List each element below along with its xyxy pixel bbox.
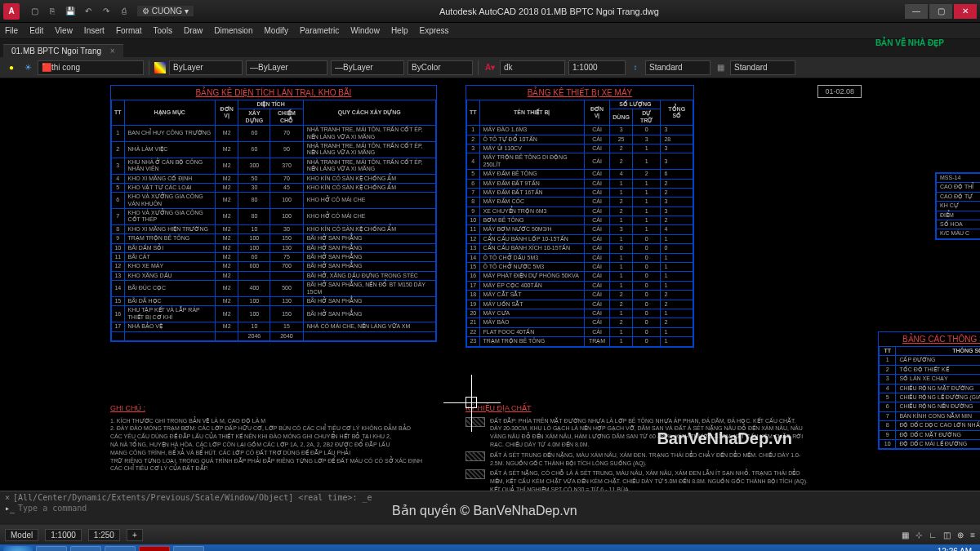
annotation-icon[interactable]: A▾ [483,61,497,74]
save-icon[interactable]: 💾 [64,5,77,18]
autocad-logo-icon: A [3,3,20,20]
status-icon[interactable]: ⊕ [957,531,964,540]
undo-icon[interactable]: ↶ [82,5,95,18]
dimstyle-dropdown[interactable]: Standard [645,60,710,75]
sheet-number: 01-02.08 [817,85,862,98]
menu-format[interactable]: Format [116,26,142,35]
table-row: 21MÁY BÁOCÁI202 [467,318,693,327]
table-row: 19MÁY UỐN SẮTCÁI202 [467,300,693,309]
status-icon[interactable]: ≡ [970,531,975,540]
table-row: MSS-14 [937,174,981,183]
new-icon[interactable]: ▢ [28,5,41,18]
layout-tab-2[interactable]: 1:250 [88,529,120,541]
nhadep-logo-icon: BẢN VẼ NHÀ ĐẸP [875,26,973,59]
annotation-dropdown[interactable]: đk [500,60,565,75]
layer-dropdown[interactable]: 🟥 thi cong [38,60,144,75]
menu-help[interactable]: Help [391,26,408,35]
cmd-close-icon[interactable]: × [5,493,10,502]
table-row: 2NHÀ LÀM VIỆCM26090NHÀ TRANH TRE, MÁI TÔ… [112,141,436,158]
legend-swatch-icon [466,469,485,479]
layer-freeze-icon[interactable]: ☀ [21,61,34,74]
color-swatch-icon[interactable] [154,62,166,73]
lineweight-dropdown[interactable]: — ByLayer [331,60,404,75]
dim-icon[interactable]: ↕ [629,61,642,74]
taskbar-explorer-icon[interactable]: 📁 [36,546,67,551]
menu-window[interactable]: Window [350,26,380,35]
status-icon[interactable]: ◫ [943,531,951,540]
layout-tab-1[interactable]: 1:1000 [45,529,82,541]
table-row: 9ĐỘ DỐC MẶT ĐƯỜNG [880,430,981,439]
table-title: BẢNG KÊ DIỆN TÍCH LÁN TRẠI, KHO BÃI [111,86,436,100]
redo-icon[interactable]: ↷ [100,5,113,18]
menu-insert[interactable]: Insert [84,26,105,35]
add-layout-button[interactable]: + [127,529,143,541]
table-row: 10ĐỘ DỐC MÁI LỀ ĐƯỜNG [880,439,981,448]
scale-dropdown[interactable]: 1:1000 [568,60,626,75]
minimize-button[interactable]: — [905,4,928,19]
table-row: 5KHO VẬT TƯ CÁC LOẠIM23045KHO KÍN CÓ SÀN… [112,183,436,192]
table-row: 17NHÀ BẢO VỆM21015NHÀ CÓ MÁI CHE, NỀN LÁ… [112,322,436,331]
drawing-area[interactable]: 01-02.08 BẢNG KÊ DIỆN TÍCH LÁN TRẠI, KHO… [0,78,980,491]
menu-tools[interactable]: Tools [154,26,172,35]
tab-close-icon[interactable]: × [110,47,115,56]
menu-modify[interactable]: Modify [265,26,288,35]
menu-view[interactable]: View [55,26,73,35]
table-row: 23TRẠM TRỘN BÊ TÔNGTRẠM101 [467,337,693,346]
open-icon[interactable]: ⎘ [46,5,59,18]
table-row: 4CHIỀU RỘNG MẶT ĐƯỜNG [880,384,981,393]
menu-file[interactable]: File [5,26,18,35]
table-row: 8KHO XI MĂNG HIỆN TRƯỜNGM21030KHO KÍN CÓ… [112,224,436,233]
window-titlebar: A ▢ ⎘ 💾 ↶ ↷ ⎙ ⚙ CUONG ▾ Autodesk AutoCAD… [0,0,980,23]
document-tab[interactable]: 01.MB BPTC Ngoi Trang × [3,44,123,57]
status-icon[interactable]: ⊹ [915,531,922,540]
model-tab[interactable]: Model [5,529,38,541]
taskbar-autocad-icon[interactable]: A [173,546,204,551]
table-row: 2TỐC ĐỘ THIẾT KẾ [880,365,981,374]
table-row: 10BÃI DẦM SỎIM2100130BÃI HỞ SAN PHẲNG [112,243,436,252]
maximize-button[interactable]: ▢ [929,4,952,19]
tab-label: 01.MB BPTC Ngoi Trang [11,47,101,56]
workspace-label[interactable]: ⚙ CUONG ▾ [137,6,194,16]
taskbar-skype-icon[interactable]: S [70,546,101,551]
table-row: 8MÁY ĐẦM CÓCCÁI213 [467,198,693,207]
table-row: CAO ĐỘ TỰ [937,192,981,201]
menu-express[interactable]: Express [419,26,448,35]
table-row: 3SỐ LÀN XE CHẠY [880,375,981,384]
notes-ghi-chu: GHI CHÚ : 1. KÍCH THƯỚC GHI TRONG BẢN VẼ… [110,403,429,473]
status-icon[interactable]: ▦ [902,531,909,540]
properties-toolbar: ● ☀ 🟥 thi cong ByLayer — ByLayer — ByLay… [0,57,980,78]
close-button[interactable]: ✕ [954,4,977,19]
menu-edit[interactable]: Edit [29,26,43,35]
taskbar-clock[interactable]: 12:26 AM 06/11/2019 [931,547,977,551]
status-icon[interactable]: ∟ [929,531,937,540]
table-row: 7MÁY ĐẦM ĐẤT 16TẤNCÁI112 [467,188,693,197]
legend-swatch-icon [466,451,485,461]
menu-dimension[interactable]: Dimension [214,26,252,35]
taskbar-app-icon[interactable]: ◆ [139,546,170,551]
table-row: ĐIỂM [937,211,981,220]
textstyle-dropdown[interactable]: Standard [730,60,795,75]
table-row: 12KHO XE MÁYM2600700BÃI HỞ SAN PHẲNG [112,262,436,271]
table-row: 9XE CHUYỂN TRỘN 6M3CÁI213 [467,207,693,216]
table-row: 16KHU TẬP KẾT VÀ LẮP RÁP THIẾT BỊ CƠ KHÍ… [112,306,436,322]
layer-state-icon[interactable]: ● [5,61,18,74]
notes-header: GHI CHÚ : [110,403,429,414]
taskbar-chrome-icon[interactable]: 🌐 [105,546,136,551]
crosshair-cursor-icon [466,397,477,408]
table-row: 1BAN CHỈ HUY CÔNG TRƯỜNGM26070NHÀ TRANH … [112,126,436,142]
table-row: 5MÁY ĐẦM BÊ TÔNGCÁI426 [467,170,693,179]
notes-header: KÝ HIỆU ĐỊA CHẤT [466,403,808,414]
table-icon[interactable]: ▦ [714,61,727,74]
start-button[interactable] [3,546,33,551]
print-icon[interactable]: ⎙ [118,5,131,18]
linetype-dropdown[interactable]: — ByLayer [246,60,327,75]
table-row: 11BÃI CÁTM26075BÃI HỞ SAN PHẲNG [112,253,436,262]
plot-color-dropdown[interactable]: ByColor [408,60,473,75]
table-row: 18MÁY CẮT SẮTCÁI202 [467,291,693,300]
table-row: SỐ HOA [937,220,981,229]
table-row: KH CỰ [937,202,981,211]
layer-color-dropdown[interactable]: ByLayer [169,60,243,75]
menu-draw[interactable]: Draw [184,26,203,35]
table-row: 12CẨN CẨU BÁNH LỐP 10-15TẤNCÁI101 [467,234,693,243]
menu-parametric[interactable]: Parametric [300,26,339,35]
